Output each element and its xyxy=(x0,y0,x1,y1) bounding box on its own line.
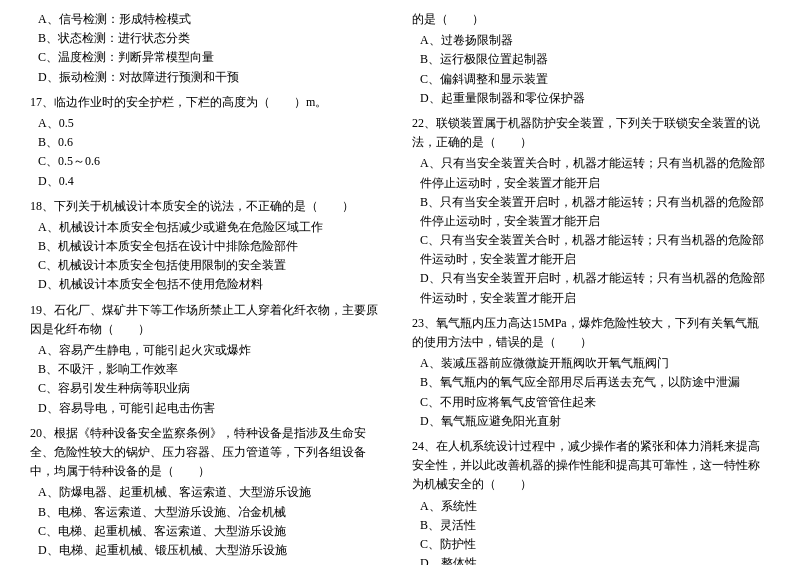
q19-option-c: C、容易引发生种病等职业病 xyxy=(30,379,388,398)
q21-option-d: D、起重量限制器和零位保护器 xyxy=(412,89,770,108)
prev-question-options: A、信号检测：形成特检模式 B、状态检测：进行状态分类 C、温度检测：判断异常模… xyxy=(30,10,388,87)
q20-title: 20、根据《特种设备安全监察条例》，特种设备是指涉及生命安全、危险性较大的锅炉、… xyxy=(30,424,388,482)
q18-option-b: B、机械设计本质安全包括在设计中排除危险部件 xyxy=(30,237,388,256)
option-a-signal: A、信号检测：形成特检模式 xyxy=(30,10,388,29)
q22-option-d: D、只有当安全装置开启时，机器才能运转；只有当机器的危险部件运动时，安全装置才能… xyxy=(412,269,770,307)
q19-option-b: B、不吸汗，影响工作效率 xyxy=(30,360,388,379)
q21-continued-text: 的是（ ） xyxy=(412,10,770,29)
question-20: 20、根据《特种设备安全监察条例》，特种设备是指涉及生命安全、危险性较大的锅炉、… xyxy=(30,424,388,560)
option-d-vibration: D、振动检测：对故障进行预测和干预 xyxy=(30,68,388,87)
question-18: 18、下列关于机械设计本质安全的说法，不正确的是（ ） A、机械设计本质安全包括… xyxy=(30,197,388,295)
q19-option-d: D、容易导电，可能引起电击伤害 xyxy=(30,399,388,418)
q18-option-a: A、机械设计本质安全包括减少或避免在危险区域工作 xyxy=(30,218,388,237)
q21-option-a: A、过卷扬限制器 xyxy=(412,31,770,50)
q17-option-c: C、0.5～0.6 xyxy=(30,152,388,171)
q22-option-b: B、只有当安全装置开启时，机器才能运转；只有当机器的危险部件停止运动时，安全装置… xyxy=(412,193,770,231)
option-b-status: B、状态检测：进行状态分类 xyxy=(30,29,388,48)
q23-option-b: B、氧气瓶内的氧气应全部用尽后再送去充气，以防途中泄漏 xyxy=(412,373,770,392)
q20-option-d: D、电梯、起重机械、锻压机械、大型游乐设施 xyxy=(30,541,388,560)
q23-option-c: C、不用时应将氧气皮管管住起来 xyxy=(412,393,770,412)
q20-option-a: A、防爆电器、起重机械、客运索道、大型游乐设施 xyxy=(30,483,388,502)
q22-option-a: A、只有当安全装置关合时，机器才能运转；只有当机器的危险部件停止运动时，安全装置… xyxy=(412,154,770,192)
question-24: 24、在人机系统设计过程中，减少操作者的紧张和体力消耗来提高安全性，并以此改善机… xyxy=(412,437,770,565)
q20-option-c: C、电梯、起重机械、客运索道、大型游乐设施 xyxy=(30,522,388,541)
q21-option-b: B、运行极限位置起制器 xyxy=(412,50,770,69)
q17-option-a: A、0.5 xyxy=(30,114,388,133)
q17-option-b: B、0.6 xyxy=(30,133,388,152)
right-column: 的是（ ） A、过卷扬限制器 B、运行极限位置起制器 C、偏斜调整和显示装置 D… xyxy=(400,10,770,565)
q20-option-b: B、电梯、客运索道、大型游乐设施、冶金机械 xyxy=(30,503,388,522)
q24-option-b: B、灵活性 xyxy=(412,516,770,535)
q17-title: 17、临边作业时的安全护栏，下栏的高度为（ ）m。 xyxy=(30,93,388,112)
question-23: 23、氧气瓶内压力高达15MPa，爆炸危险性较大，下列有关氧气瓶的使用方法中，错… xyxy=(412,314,770,431)
page-content: A、信号检测：形成特检模式 B、状态检测：进行状态分类 C、温度检测：判断异常模… xyxy=(30,10,770,565)
question-21-continued: 的是（ ） A、过卷扬限制器 B、运行极限位置起制器 C、偏斜调整和显示装置 D… xyxy=(412,10,770,108)
question-22: 22、联锁装置属于机器防护安全装置，下列关于联锁安全装置的说法，正确的是（ ） … xyxy=(412,114,770,308)
left-column: A、信号检测：形成特检模式 B、状态检测：进行状态分类 C、温度检测：判断异常模… xyxy=(30,10,400,565)
question-17: 17、临边作业时的安全护栏，下栏的高度为（ ）m。 A、0.5 B、0.6 C、… xyxy=(30,93,388,191)
option-c-temp: C、温度检测：判断异常模型向量 xyxy=(30,48,388,67)
q24-title: 24、在人机系统设计过程中，减少操作者的紧张和体力消耗来提高安全性，并以此改善机… xyxy=(412,437,770,495)
q19-title: 19、石化厂、煤矿井下等工作场所禁止工人穿着化纤衣物，主要原因是化纤布物（ ） xyxy=(30,301,388,339)
q23-option-d: D、氧气瓶应避免阳光直射 xyxy=(412,412,770,431)
q18-option-c: C、机械设计本质安全包括使用限制的安全装置 xyxy=(30,256,388,275)
q22-option-c: C、只有当安全装置关合时，机器才能运转；只有当机器的危险部件运动时，安全装置才能… xyxy=(412,231,770,269)
q24-option-d: D、整体性 xyxy=(412,554,770,565)
q21-option-c: C、偏斜调整和显示装置 xyxy=(412,70,770,89)
q24-option-a: A、系统性 xyxy=(412,497,770,516)
q17-option-d: D、0.4 xyxy=(30,172,388,191)
q18-title: 18、下列关于机械设计本质安全的说法，不正确的是（ ） xyxy=(30,197,388,216)
question-19: 19、石化厂、煤矿井下等工作场所禁止工人穿着化纤衣物，主要原因是化纤布物（ ） … xyxy=(30,301,388,418)
q24-option-c: C、防护性 xyxy=(412,535,770,554)
q23-option-a: A、装减压器前应微微旋开瓶阀吹开氧气瓶阀门 xyxy=(412,354,770,373)
q22-title: 22、联锁装置属于机器防护安全装置，下列关于联锁安全装置的说法，正确的是（ ） xyxy=(412,114,770,152)
q18-option-d: D、机械设计本质安全包括不使用危险材料 xyxy=(30,275,388,294)
q19-option-a: A、容易产生静电，可能引起火灾或爆炸 xyxy=(30,341,388,360)
q23-title: 23、氧气瓶内压力高达15MPa，爆炸危险性较大，下列有关氧气瓶的使用方法中，错… xyxy=(412,314,770,352)
